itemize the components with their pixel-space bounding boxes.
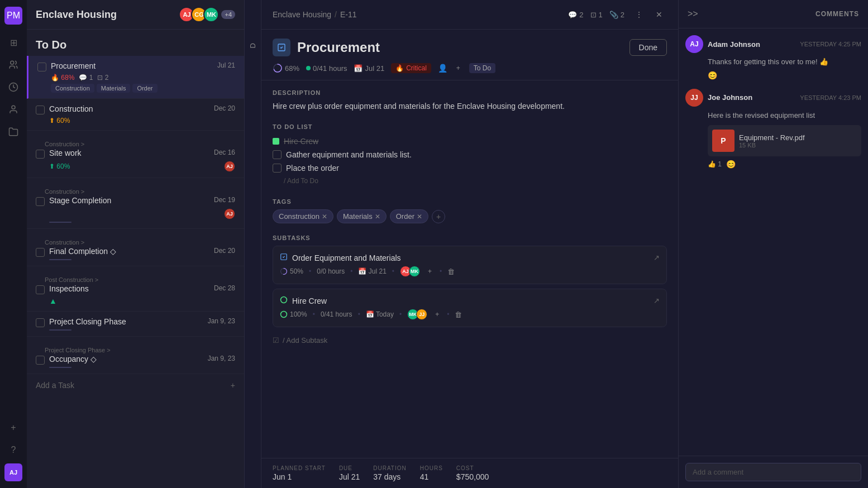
todo-checkbox-order[interactable]: [273, 164, 282, 173]
done-column: D: [245, 0, 261, 488]
more-button[interactable]: ⋮: [631, 7, 647, 22]
add-task-button[interactable]: Add a Task +: [27, 374, 244, 396]
attachment-info: Equipment - Rev.pdf 15 KB: [739, 133, 805, 149]
users-icon[interactable]: [4, 56, 22, 74]
home-icon[interactable]: ⊞: [4, 34, 22, 51]
task-checkbox-occupancy[interactable]: [36, 356, 45, 365]
comment-avatar-joe: JJ: [685, 89, 703, 107]
emoji-reaction-icon-joe[interactable]: 😊: [726, 160, 736, 169]
task-final-completion[interactable]: Construction > Final Completion ◇ Dec 20: [27, 229, 244, 266]
detail-body: DESCRIPTION Hire crew plus order equipme…: [261, 80, 678, 458]
comment-input[interactable]: [685, 463, 861, 481]
meta-attachments: 📎 2: [609, 11, 624, 19]
sub-label-site-work: Construction >: [36, 136, 235, 149]
footer-planned-start: PLANNED START Jun 1: [273, 465, 326, 481]
add-todo-label: / Add To Do: [284, 177, 318, 185]
todo-list: Hire Crew Gather equipment and materials…: [273, 135, 667, 187]
task-site-work[interactable]: Construction > Site work Dec 16 ⬆ 60% AJ: [27, 131, 244, 178]
remove-tag-construction[interactable]: ✕: [322, 213, 327, 221]
clock-icon[interactable]: [4, 78, 22, 96]
todo-item-hire-crew[interactable]: Hire Crew: [273, 135, 667, 148]
subtask-add-assignee-2[interactable]: +: [433, 309, 441, 319]
todo-item-gather[interactable]: Gather equipment and materials list.: [273, 148, 667, 161]
add-todo-button[interactable]: / Add To Do: [273, 175, 667, 187]
avatar-3: MK: [203, 7, 219, 22]
add-tag-button[interactable]: +: [432, 210, 445, 223]
assign-icon[interactable]: 👤: [438, 64, 447, 73]
task-inspections[interactable]: Post Construction > Inspections Dec 28 ▲: [27, 266, 244, 312]
user-avatar-icon[interactable]: AJ: [4, 463, 22, 481]
subtask-delete-icon-2[interactable]: 🗑: [455, 310, 462, 319]
emoji-reaction-icon-adam[interactable]: 😊: [708, 71, 717, 80]
task-progress-site-work: ⬆ 60%: [49, 162, 70, 170]
task-name-site-work: Site work: [49, 149, 82, 157]
todo-item-order[interactable]: Place the order: [273, 161, 667, 175]
subtask-delete-icon-1[interactable]: 🗑: [447, 267, 455, 276]
help-icon[interactable]: ?: [4, 441, 22, 459]
task-date-procurement: Jul 21: [217, 61, 235, 69]
add-subtask-button[interactable]: ☑ / Add Subtask: [273, 332, 667, 349]
task-date-site-work: Dec 16: [214, 149, 235, 156]
comment-time-adam: YESTERDAY 4:25 PM: [800, 41, 861, 47]
task-list-panel: Enclave Housing AJ CG MK +4 To Do Procur…: [27, 0, 245, 488]
close-button[interactable]: ✕: [651, 7, 667, 22]
task-checkbox-site-work[interactable]: [36, 150, 45, 159]
attachment-pdf[interactable]: P Equipment - Rev.pdf 15 KB: [708, 125, 861, 156]
done-button[interactable]: Done: [629, 39, 667, 56]
planned-start-value: Jun 1: [273, 472, 326, 481]
todo-checkbox-gather[interactable]: [273, 150, 282, 159]
subtask-order-equipment[interactable]: Order Equipment and Materials ↗ 50% • 0/…: [273, 246, 667, 284]
task-name-final-completion: Final Completion ◇: [49, 247, 116, 256]
description-text: Hire crew plus order equipment and mater…: [273, 101, 667, 112]
meta-subtasks: ⊡ 1: [590, 11, 603, 19]
detail-footer: PLANNED START Jun 1 DUE Jul 21 DURATION …: [261, 458, 678, 488]
todo-text-order: Place the order: [286, 164, 339, 173]
attachment-name: Equipment - Rev.pdf: [739, 133, 805, 142]
app-logo[interactable]: PM: [4, 7, 22, 25]
header-meta: 💬 2 ⊡ 1 📎 2 ⋮ ✕: [568, 7, 667, 22]
task-date-stage-completion: Dec 19: [214, 196, 235, 204]
task-checkbox-inspections[interactable]: [36, 285, 45, 294]
task-construction[interactable]: Construction Dec 20 ⬆ 60%: [27, 99, 244, 131]
task-checkbox-project-closing[interactable]: [36, 318, 45, 327]
thumbs-up-reaction[interactable]: 👍 1: [708, 160, 722, 168]
cost-value: $750,000: [456, 472, 489, 481]
planned-start-label: PLANNED START: [273, 465, 326, 471]
task-stage-completion[interactable]: Construction > Stage Completion Dec 19 A…: [27, 178, 244, 229]
subtask-external-link-icon-2[interactable]: ↗: [654, 296, 660, 305]
window-controls: ⋮ ✕: [631, 7, 667, 22]
todo-text-hire-crew: Hire Crew: [284, 137, 318, 146]
remove-tag-order[interactable]: ✕: [417, 213, 422, 221]
sub-label-final-completion: Construction >: [36, 235, 235, 247]
hours-value: 41: [420, 472, 443, 481]
comments-collapse-button[interactable]: >>: [688, 9, 698, 19]
person-icon[interactable]: [4, 101, 22, 118]
tag-order: Order: [132, 84, 157, 93]
task-name-procurement: Procurement: [51, 61, 96, 70]
subtask-external-link-icon[interactable]: ↗: [654, 253, 660, 262]
subtask-actions-2: ↗: [654, 296, 660, 305]
subtask-hire-crew[interactable]: Hire Crew ↗ 100% • 0/41 hours • 📅 Today …: [273, 289, 667, 327]
comment-input-row: [679, 456, 868, 488]
folder-icon[interactable]: [4, 123, 22, 141]
task-procurement[interactable]: Procurement Jul 21 🔥 68% 💬 1 ⊡ 2 Constru…: [27, 56, 244, 99]
comments-panel: >> COMMENTS AJ Adam Johnson YESTERDAY 4:…: [678, 0, 868, 488]
remove-tag-materials[interactable]: ✕: [375, 213, 380, 221]
task-checkbox-construction[interactable]: [36, 106, 45, 114]
task-checkbox-final-completion[interactable]: [36, 248, 45, 257]
svg-point-10: [281, 312, 287, 318]
task-occupancy[interactable]: Project Closing Phase > Occupancy ◇ Jan …: [27, 337, 244, 374]
add-icon[interactable]: +: [4, 419, 22, 437]
add-task-plus-icon[interactable]: +: [231, 381, 235, 390]
add-assignee-button[interactable]: +: [454, 63, 462, 73]
detail-panel: Enclave Housing / E-11 💬 2 ⊡ 1 📎 2 ⋮ ✕ P…: [261, 0, 678, 488]
task-project-closing[interactable]: Project Closing Phase Jan 9, 23: [27, 312, 244, 337]
subtask-meta-1: 50% • 0/0 hours • 📅 Jul 21 • AJ MK + • 🗑: [280, 266, 660, 277]
subtask-add-assignee-1[interactable]: +: [426, 266, 434, 276]
task-checkbox-procurement[interactable]: [37, 63, 46, 71]
subtask-dot-3: •: [392, 267, 394, 275]
task-checkbox-stage-completion[interactable]: [36, 197, 45, 206]
tasks-container: Procurement Jul 21 🔥 68% 💬 1 ⊡ 2 Constru…: [27, 56, 244, 488]
svg-point-0: [11, 61, 14, 64]
task-name-construction: Construction: [49, 104, 93, 113]
